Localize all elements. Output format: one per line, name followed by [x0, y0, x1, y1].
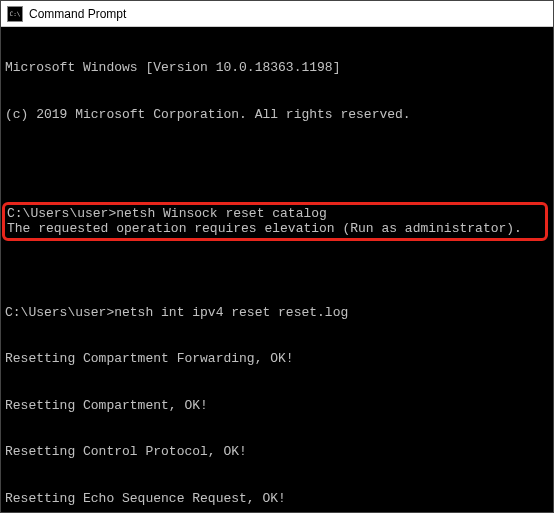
- console-line: Microsoft Windows [Version 10.0.18363.11…: [5, 60, 549, 76]
- command-prompt-window: Command Prompt Microsoft Windows [Versio…: [0, 0, 554, 513]
- prompt-line: C:\Users\user>netsh int ipv4 reset reset…: [5, 305, 549, 321]
- console-line: Resetting Control Protocol, OK!: [5, 444, 549, 460]
- console-line: Resetting Echo Sequence Request, OK!: [5, 491, 549, 507]
- console-line: Resetting Compartment Forwarding, OK!: [5, 351, 549, 367]
- console-line: [5, 153, 549, 169]
- console-line: [5, 258, 549, 274]
- callout-box: C:\Users\user>netsh Winsock reset catalo…: [2, 202, 548, 241]
- console-line: The requested operation requires elevati…: [7, 221, 543, 237]
- console-line: Resetting Compartment, OK!: [5, 398, 549, 414]
- titlebar[interactable]: Command Prompt: [1, 1, 553, 27]
- window-title: Command Prompt: [29, 7, 126, 21]
- cmd-icon: [7, 6, 23, 22]
- console-area[interactable]: Microsoft Windows [Version 10.0.18363.11…: [1, 27, 553, 512]
- prompt-line: C:\Users\user>netsh Winsock reset catalo…: [7, 206, 543, 222]
- console-line: (c) 2019 Microsoft Corporation. All righ…: [5, 107, 549, 123]
